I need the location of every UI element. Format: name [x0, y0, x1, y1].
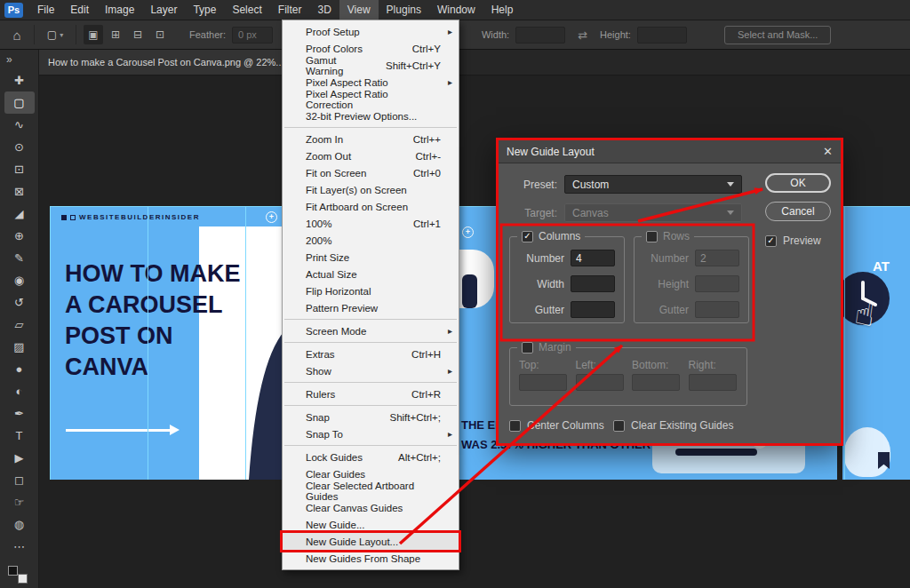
path-selection-tool[interactable]: ▶: [4, 447, 35, 469]
history-brush-tool[interactable]: ↺: [4, 291, 35, 314]
type-tool[interactable]: T: [4, 425, 35, 447]
view-menu-item[interactable]: Flip Horizontal: [283, 282, 459, 299]
select-and-mask-button[interactable]: Select and Mask...: [724, 26, 832, 44]
pen-tool[interactable]: ✒: [4, 402, 35, 425]
width-input[interactable]: [515, 27, 565, 44]
clear-existing-guides-checkbox[interactable]: [613, 420, 625, 432]
view-menu-item[interactable]: 32-bit Preview Options...: [283, 107, 459, 124]
object-selection-tool[interactable]: ⊙: [4, 136, 35, 158]
columns-width-input[interactable]: [571, 275, 615, 292]
view-menu-item[interactable]: Pattern Preview: [283, 299, 459, 316]
preset-value: Custom: [572, 179, 609, 191]
cancel-button[interactable]: Cancel: [765, 202, 831, 221]
brush-tool[interactable]: ✎: [4, 247, 35, 269]
menu-item-shortcut: Shift+Ctrl+Y: [373, 60, 441, 71]
menubar-item[interactable]: Layer: [142, 0, 185, 20]
view-menu-item[interactable]: 200%: [283, 232, 459, 249]
menubar-item[interactable]: Edit: [62, 0, 97, 20]
collapse-panel-icon[interactable]: »: [0, 50, 38, 69]
view-menu-item[interactable]: Show ▸: [283, 362, 459, 379]
crop-tool[interactable]: ⊡: [4, 158, 35, 180]
view-menu-item[interactable]: Zoom In Ctrl++: [283, 131, 459, 147]
view-menu-item[interactable]: Pixel Aspect Ratio Correction: [283, 91, 459, 107]
hand-cursor-illustration: ☝: [852, 295, 877, 335]
menu-item-label: Clear Guides: [306, 469, 365, 480]
view-menu-item[interactable]: Snap Shift+Ctrl+;: [283, 409, 459, 425]
view-menu-item[interactable]: Screen Mode ▸: [283, 322, 459, 339]
dialog-close-icon[interactable]: ✕: [823, 145, 833, 158]
gradient-tool[interactable]: ▨: [4, 336, 35, 358]
menubar-item[interactable]: Plugins: [379, 0, 429, 20]
hand-tool[interactable]: ☞: [4, 491, 35, 513]
columns-number-input[interactable]: [571, 250, 615, 266]
dodge-tool[interactable]: ◐: [4, 380, 35, 402]
preview-checkbox[interactable]: ✓: [765, 235, 777, 247]
eraser-tool[interactable]: ▱: [4, 314, 35, 336]
blur-tool[interactable]: ●: [4, 358, 35, 380]
background-color-swatch[interactable]: [18, 574, 28, 584]
preset-dropdown[interactable]: Custom: [564, 175, 742, 194]
columns-checkbox[interactable]: ✓: [522, 231, 533, 242]
menubar-item[interactable]: Filter: [270, 0, 310, 20]
feather-input[interactable]: 0 px: [232, 27, 273, 44]
rows-checkbox[interactable]: ✓: [646, 231, 658, 242]
menubar-item[interactable]: Type: [185, 0, 224, 20]
view-menu-item[interactable]: Proof Setup ▸: [283, 23, 459, 40]
menubar-item[interactable]: 3D: [309, 0, 339, 20]
view-menu-item[interactable]: New Guide...: [283, 516, 459, 533]
view-menu-item[interactable]: Fit on Screen Ctrl+0: [283, 164, 459, 181]
view-menu-item[interactable]: Print Size: [283, 249, 459, 266]
eyedropper-tool[interactable]: ◢: [4, 203, 35, 225]
view-menu-item[interactable]: Extras Ctrl+H: [283, 346, 459, 362]
swap-dimensions-icon[interactable]: ⇄: [578, 28, 587, 42]
menubar-item[interactable]: File: [29, 0, 62, 20]
dialog-titlebar[interactable]: New Guide Layout ✕: [499, 140, 841, 163]
view-menu-item[interactable]: Fit Artboard on Screen: [283, 198, 459, 215]
menubar-item[interactable]: Image: [97, 0, 142, 20]
view-menu-item[interactable]: Gamut Warning Shift+Ctrl+Y: [283, 57, 459, 74]
view-menu-item[interactable]: Clear Canvas Guides: [283, 499, 459, 516]
move-tool[interactable]: ✚: [4, 69, 35, 91]
selection-mode-new-icon[interactable]: ▣: [84, 25, 103, 44]
shape-tool[interactable]: ◻: [4, 469, 35, 491]
view-menu-item[interactable]: Actual Size: [283, 266, 459, 282]
ok-button[interactable]: OK: [765, 173, 831, 193]
selection-mode-subtract-icon[interactable]: ⊟: [128, 25, 148, 44]
view-menu-item[interactable]: Rulers Ctrl+R: [283, 385, 459, 402]
document-tab[interactable]: How to make a Carousel Post on Canva.png…: [39, 50, 310, 75]
frame-tool[interactable]: ⊠: [4, 180, 35, 203]
view-menu-item[interactable]: New Guides From Shape: [283, 550, 459, 567]
healing-brush-tool[interactable]: ⊕: [4, 225, 35, 247]
color-swatches[interactable]: [8, 566, 29, 584]
rows-height-input: [695, 275, 739, 292]
foreground-color-swatch[interactable]: [8, 566, 18, 576]
edit-toolbar-tool[interactable]: ⋯: [4, 536, 35, 558]
view-menu-item[interactable]: Lock Guides Alt+Ctrl+;: [283, 449, 459, 465]
height-input[interactable]: [637, 27, 687, 44]
view-menu-item[interactable]: Clear Selected Artboard Guides: [283, 482, 459, 499]
target-dropdown: Canvas: [564, 203, 742, 222]
menubar-item[interactable]: Help: [483, 0, 522, 20]
view-menu-item[interactable]: Zoom Out Ctrl+-: [283, 147, 459, 164]
selection-mode-intersect-icon[interactable]: ⊡: [150, 25, 170, 44]
selection-mode-add-icon[interactable]: ⊞: [106, 25, 125, 44]
menu-item-shortcut: Ctrl+Y: [400, 44, 441, 54]
tool-icon: ▶: [15, 451, 24, 465]
clone-stamp-tool[interactable]: ◉: [4, 269, 35, 291]
view-menu-item[interactable]: 100% Ctrl+1: [283, 215, 459, 232]
view-menu-item-highlighted[interactable]: New Guide Layout...: [283, 533, 459, 550]
zoom-tool[interactable]: ◍: [4, 513, 35, 536]
tool-preset-picker[interactable]: ▢ ▾: [35, 28, 76, 41]
menubar-item[interactable]: Select: [224, 0, 269, 20]
columns-group-legend: ✓ Columns: [517, 230, 585, 242]
margin-checkbox[interactable]: ✓: [522, 342, 533, 354]
center-columns-checkbox[interactable]: [509, 420, 521, 432]
home-icon[interactable]: ⌂: [0, 28, 34, 43]
columns-gutter-input[interactable]: [571, 301, 615, 318]
lasso-tool[interactable]: ∿: [4, 114, 35, 136]
rectangular-marquee-tool[interactable]: ▢: [4, 91, 35, 114]
view-menu-item[interactable]: Snap To ▸: [283, 425, 459, 442]
menubar-item[interactable]: View: [339, 0, 379, 20]
view-menu-item[interactable]: Fit Layer(s) on Screen: [283, 181, 459, 198]
menubar-item[interactable]: Window: [429, 0, 483, 20]
